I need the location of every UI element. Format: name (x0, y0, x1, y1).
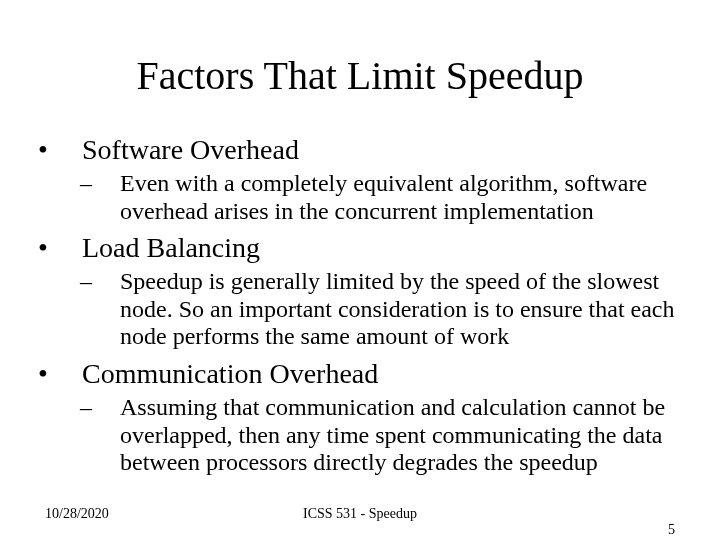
bullet-heading: Software Overhead (60, 133, 678, 166)
bullet-sub: Even with a completely equivalent algori… (60, 170, 678, 225)
footer-course: ICSS 531 - Speedup (45, 506, 675, 522)
bullet-sub: Speedup is generally limited by the spee… (60, 268, 678, 351)
bullet-heading: Communication Overhead (60, 357, 678, 390)
slide-content: Software Overhead Even with a completely… (0, 133, 720, 477)
slide-title: Factors That Limit Speedup (0, 0, 720, 129)
slide-footer: 10/28/2020 ICSS 531 - Speedup 5 (0, 506, 720, 522)
bullet-heading: Load Balancing (60, 231, 678, 264)
footer-page: 5 (668, 522, 675, 538)
slide: Factors That Limit Speedup Software Over… (0, 0, 720, 540)
bullet-sub: Assuming that communication and calculat… (60, 394, 678, 477)
footer-date: 10/28/2020 (45, 506, 109, 522)
